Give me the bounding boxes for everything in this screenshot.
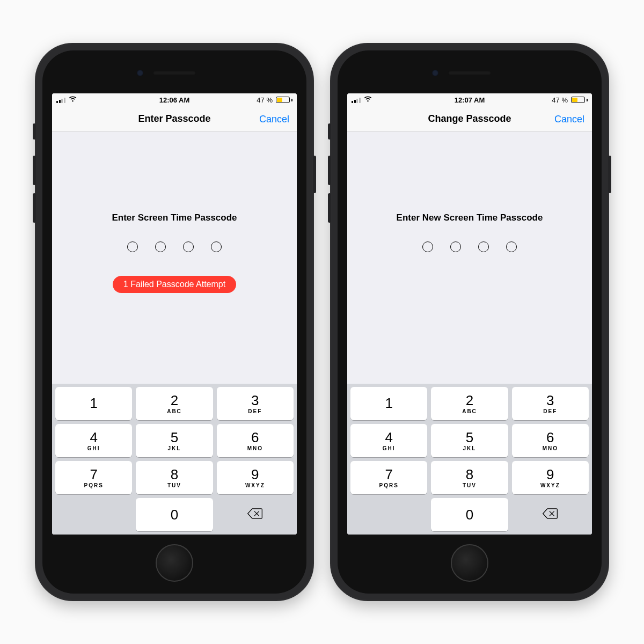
cancel-button[interactable]: Cancel xyxy=(554,113,584,125)
earpiece-speaker xyxy=(448,71,491,75)
status-bar: 12:06 AM 47 % xyxy=(52,93,297,106)
keypad-key-3[interactable]: 3DEF xyxy=(512,387,589,420)
battery-percentage: 47 % xyxy=(257,96,273,104)
keypad-key-2[interactable]: 2ABC xyxy=(136,387,213,420)
phone-frame-left: 12:06 AM 47 % Enter Passcode Cancel Ente… xyxy=(35,43,314,601)
home-button[interactable] xyxy=(156,544,193,582)
passcode-prompt: Enter Screen Time Passcode xyxy=(112,213,237,223)
keypad-key-0[interactable]: 0 xyxy=(136,498,213,531)
keypad-key-2[interactable]: 2ABC xyxy=(431,387,508,420)
backspace-icon xyxy=(542,508,558,522)
cancel-button[interactable]: Cancel xyxy=(259,113,289,125)
earpiece-speaker xyxy=(153,71,196,75)
failed-attempt-badge: 1 Failed Passcode Attempt xyxy=(113,276,236,293)
wifi-icon xyxy=(69,96,77,104)
volume-down xyxy=(328,193,331,223)
cellular-signal-icon xyxy=(352,97,361,103)
keypad-key-0[interactable]: 0 xyxy=(431,498,508,531)
mute-switch xyxy=(328,123,331,140)
status-bar: 12:07 AM 47 % xyxy=(347,93,592,106)
mute-switch xyxy=(33,123,36,140)
nav-title: Enter Passcode xyxy=(138,113,210,125)
power-button xyxy=(608,156,611,193)
keypad-delete-button[interactable] xyxy=(512,498,589,531)
keypad-key-9[interactable]: 9WXYZ xyxy=(217,461,294,494)
passcode-dot xyxy=(127,241,138,252)
keypad-blank xyxy=(55,498,132,531)
passcode-dot xyxy=(155,241,166,252)
front-camera xyxy=(137,70,143,76)
keypad-blank xyxy=(350,498,427,531)
passcode-dot xyxy=(506,241,517,252)
keypad-key-9[interactable]: 9WXYZ xyxy=(512,461,589,494)
keypad-key-8[interactable]: 8TUV xyxy=(431,461,508,494)
nav-bar: Change Passcode Cancel xyxy=(347,106,592,132)
cellular-signal-icon xyxy=(56,97,65,103)
passcode-prompt: Enter New Screen Time Passcode xyxy=(397,213,543,223)
keypad-key-4[interactable]: 4GHI xyxy=(55,424,132,457)
keypad-key-1[interactable]: 1 xyxy=(350,387,427,420)
keypad-delete-button[interactable] xyxy=(217,498,294,531)
keypad-key-7[interactable]: 7PQRS xyxy=(350,461,427,494)
backspace-icon xyxy=(247,508,263,522)
passcode-dot xyxy=(478,241,489,252)
passcode-dot xyxy=(450,241,461,252)
numeric-keypad: 12ABC3DEF4GHI5JKL6MNO7PQRS8TUV9WXYZ0 xyxy=(347,384,592,535)
status-time: 12:06 AM xyxy=(159,96,190,104)
passcode-content: Enter Screen Time Passcode 1 Failed Pass… xyxy=(52,132,297,384)
nav-title: Change Passcode xyxy=(428,113,511,125)
keypad-key-7[interactable]: 7PQRS xyxy=(55,461,132,494)
phone-frame-right: 12:07 AM 47 % Change Passcode Cancel Ent… xyxy=(330,43,609,601)
status-time: 12:07 AM xyxy=(455,96,485,104)
screen: 12:06 AM 47 % Enter Passcode Cancel Ente… xyxy=(52,93,297,535)
volume-up xyxy=(33,156,36,185)
keypad-key-4[interactable]: 4GHI xyxy=(350,424,427,457)
keypad-key-6[interactable]: 6MNO xyxy=(217,424,294,457)
passcode-dots xyxy=(422,241,517,252)
keypad-key-6[interactable]: 6MNO xyxy=(512,424,589,457)
passcode-dot xyxy=(211,241,222,252)
passcode-content: Enter New Screen Time Passcode xyxy=(347,132,592,384)
wifi-icon xyxy=(364,96,372,104)
volume-down xyxy=(33,193,36,223)
battery-icon xyxy=(276,97,292,103)
keypad-key-8[interactable]: 8TUV xyxy=(136,461,213,494)
passcode-dot xyxy=(422,241,433,252)
screen: 12:07 AM 47 % Change Passcode Cancel Ent… xyxy=(347,93,592,535)
keypad-key-5[interactable]: 5JKL xyxy=(431,424,508,457)
keypad-key-5[interactable]: 5JKL xyxy=(136,424,213,457)
keypad-key-1[interactable]: 1 xyxy=(55,387,132,420)
numeric-keypad: 12ABC3DEF4GHI5JKL6MNO7PQRS8TUV9WXYZ0 xyxy=(52,384,297,535)
power-button xyxy=(313,156,316,193)
home-button[interactable] xyxy=(451,544,488,582)
keypad-key-3[interactable]: 3DEF xyxy=(217,387,294,420)
nav-bar: Enter Passcode Cancel xyxy=(52,106,297,132)
front-camera xyxy=(432,70,438,76)
battery-percentage: 47 % xyxy=(552,96,568,104)
volume-up xyxy=(328,156,331,185)
passcode-dot xyxy=(183,241,194,252)
battery-icon xyxy=(571,97,588,103)
passcode-dots xyxy=(127,241,222,252)
